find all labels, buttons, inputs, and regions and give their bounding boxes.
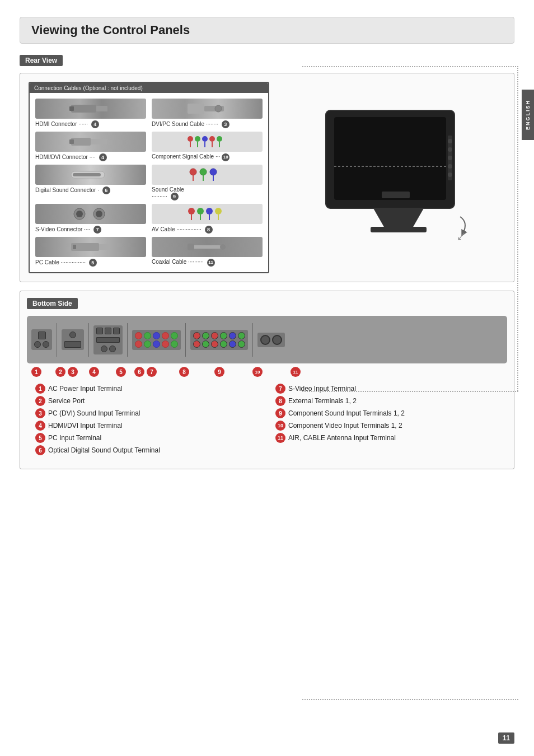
- legend-item-1: 1 AC Power Input Terminal: [35, 382, 259, 395]
- legend-text-9: Component Sound Input Terminals 1, 2: [288, 409, 405, 417]
- legend-text-4: HDMI/DVI Input Terminal: [48, 422, 123, 430]
- conn-block-5: [190, 330, 248, 350]
- svg-rect-8: [69, 139, 74, 144]
- port-rca-g4: [171, 340, 178, 348]
- svg-rect-43: [188, 244, 194, 250]
- port-num-11: 11: [291, 367, 301, 377]
- svg-point-22: [200, 169, 207, 175]
- legend-item-7: 7 S-Video Input Terminal: [275, 382, 499, 395]
- page-number: 11: [498, 732, 514, 744]
- legend-item-4: 4 HDMI/DVI Input Terminal: [35, 419, 259, 432]
- port-av-g3: [238, 332, 245, 339]
- legend-text-8: External Terminals 1, 2: [288, 397, 357, 405]
- cable-img-pc: [35, 237, 146, 257]
- language-tab: ENGLISH: [522, 90, 534, 140]
- svg-rect-3: [188, 104, 204, 114]
- svg-rect-7: [91, 139, 107, 144]
- port-av-g6: [238, 340, 245, 348]
- conn-block-3: [93, 325, 123, 354]
- legend-text-5: PC Input Terminal: [48, 434, 101, 442]
- cables-title-sub: (Optional : not included): [83, 85, 143, 91]
- port-rca-r2: [162, 332, 169, 339]
- cables-title-main: Connection Cables: [34, 85, 82, 91]
- port-opt: [101, 346, 107, 352]
- svg-point-52: [448, 172, 452, 177]
- legend-num-5: 5: [35, 433, 45, 443]
- cable-item-pc: PC Cable ················ 5: [35, 237, 146, 267]
- svg-point-28: [76, 211, 83, 217]
- svg-rect-6: [71, 138, 91, 146]
- legend-item-9: 9 Component Sound Input Terminals 1, 2: [275, 407, 499, 419]
- svg-rect-42: [190, 245, 221, 249]
- cable-label-av: AV Cable ················ 8: [152, 226, 213, 234]
- legend-text-3: PC (DVI) Sound Input Terminal: [48, 409, 140, 417]
- port-numbers-row: 1 2 3 4 5 6 7 8 9 10 11: [27, 367, 507, 377]
- svg-rect-20: [73, 173, 101, 176]
- legend-num-11: 11: [275, 433, 285, 443]
- cable-label-dvi-sound: DVI/PC Sound Cable ········ 3: [152, 120, 229, 128]
- port-av-g4: [202, 340, 209, 348]
- legend-item-2: 2 Service Port: [35, 395, 259, 407]
- connector-panel: [27, 316, 507, 363]
- legend-item-8: 8 External Terminals 1, 2: [275, 395, 499, 407]
- port-av-g2: [220, 332, 227, 339]
- svg-rect-2: [69, 106, 74, 111]
- legend-num-3: 3: [35, 408, 45, 418]
- port-av-g5: [220, 340, 227, 348]
- conn-block-4: [132, 330, 181, 350]
- cable-sound-dots: ·········· 9: [152, 193, 179, 200]
- svg-rect-46: [334, 117, 446, 200]
- port-rca-r4: [162, 340, 169, 348]
- legend-text-10: Component Video Input Terminals 1, 2: [288, 422, 402, 430]
- cable-item-hdmi-dvi: HDMI/DVI Connector ···· 4: [35, 132, 146, 161]
- svg-point-30: [96, 211, 102, 217]
- dotted-border-top: [302, 66, 518, 67]
- port-hdmi: [113, 328, 120, 334]
- legend-num-4: 4: [35, 421, 45, 431]
- cable-item-hdmi: HDMI Connector ······ 4: [35, 99, 146, 128]
- port-rca-b2: [153, 340, 160, 348]
- legend-text-6: Optical Digital Sound Output Terminal: [48, 446, 160, 454]
- port-num-4: 4: [89, 367, 99, 377]
- svg-point-9: [188, 136, 193, 142]
- port-rca-b1: [153, 332, 160, 339]
- cable-item-component: Component Signal Cable ···10: [152, 132, 263, 161]
- port-av-b1: [229, 332, 236, 339]
- port-num-5: 5: [116, 367, 126, 377]
- port-opt2: [109, 346, 116, 352]
- conn-block-2: [62, 329, 84, 350]
- cable-img-coaxial: [152, 237, 263, 257]
- cable-label-component: Component Signal Cable ···10: [152, 153, 229, 161]
- port-ant2: [272, 335, 282, 345]
- port-pc1: [96, 328, 103, 334]
- port-av-b2: [229, 340, 236, 348]
- legend-text-1: AC Power Input Terminal: [48, 385, 123, 393]
- svg-rect-40: [99, 244, 109, 250]
- svg-point-23: [210, 169, 217, 175]
- port-rca-r1: [135, 332, 142, 339]
- cable-label-pc: PC Cable ················ 5: [35, 259, 97, 267]
- tv-graphic: [315, 105, 471, 250]
- port-power: [38, 332, 46, 339]
- conn-block-1: [31, 329, 52, 350]
- legend-col-right: 7 S-Video Input Terminal 8 External Term…: [275, 382, 499, 456]
- legend-item-10: 10 Component Video Input Terminals 1, 2: [275, 419, 499, 432]
- legend-num-6: 6: [35, 445, 45, 455]
- svg-point-33: [206, 208, 213, 214]
- svg-rect-1: [96, 106, 107, 111]
- legend-item-6: 6 Optical Digital Sound Output Terminal: [35, 444, 259, 456]
- legend-item-3: 3 PC (DVI) Sound Input Terminal: [35, 407, 259, 419]
- tv-image-area: ↓: [280, 82, 505, 273]
- cable-img-av: [152, 204, 263, 224]
- svg-point-12: [209, 136, 215, 142]
- port-pc2: [105, 328, 111, 334]
- cable-item-dvi-sound: DVI/PC Sound Cable ········ 3: [152, 99, 263, 128]
- cable-label-coaxial: Coaxial Cable ·········· 11: [152, 259, 215, 267]
- cable-label-digital-sound: Digital Sound Connector · 6: [35, 186, 110, 194]
- port-power3: [43, 341, 49, 348]
- cable-label-svideo: S-Video Connector ···· 7: [35, 226, 101, 234]
- port-av-r3: [193, 340, 200, 348]
- port-rca-g2: [171, 332, 178, 339]
- bottom-side-section: Bottom Side: [20, 291, 514, 469]
- port-num-10: 10: [252, 367, 263, 377]
